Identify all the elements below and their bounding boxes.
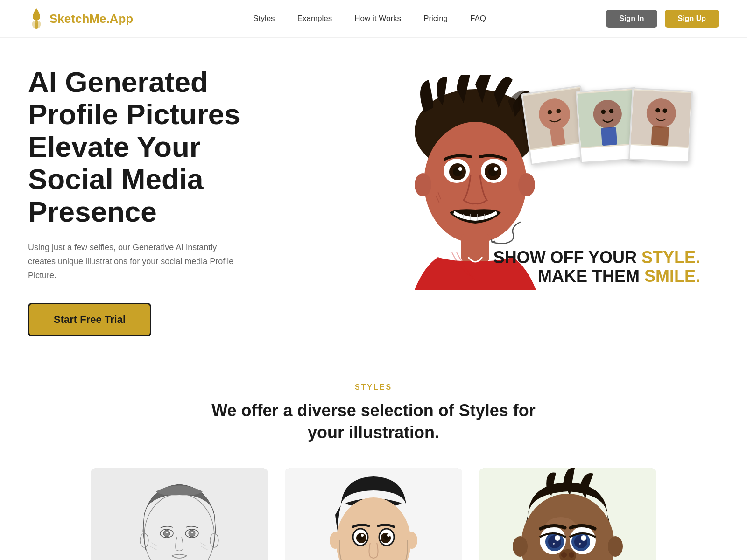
svg-point-7 <box>458 167 462 171</box>
hero-subtitle: Using just a few selfies, our Generative… <box>28 241 243 282</box>
style-card-pencil-sketch: Pencil Sketch <box>91 468 268 560</box>
svg-point-54 <box>361 534 364 537</box>
signup-button[interactable]: Sign Up <box>665 10 719 28</box>
pixar-animation-image <box>479 468 656 560</box>
brand-name: SketchMe.App <box>49 12 133 26</box>
hero-right: SHOW OFF YOUR STYLE. MAKE THEM SMILE. <box>271 80 719 322</box>
svg-point-17 <box>518 173 535 196</box>
tagline-line2: MAKE THEM SMILE. <box>493 267 700 286</box>
signin-button[interactable]: Sign In <box>606 10 657 28</box>
styles-cards: Pencil Sketch <box>28 468 719 560</box>
tagline-highlight-smile: SMILE. <box>644 266 700 286</box>
tagline-highlight-style: STYLE. <box>641 248 700 267</box>
styles-section: STYLES We offer a diverse selection of S… <box>0 355 747 560</box>
svg-point-63 <box>608 536 623 557</box>
svg-point-76 <box>569 552 574 558</box>
svg-point-72 <box>581 535 586 541</box>
svg-rect-22 <box>550 127 565 146</box>
logo-icon <box>28 8 45 29</box>
svg-point-11 <box>494 167 498 171</box>
nav-links: Styles Examples How it Works Pricing FAQ <box>253 14 486 23</box>
svg-rect-27 <box>601 127 617 146</box>
svg-point-58 <box>387 534 390 537</box>
pencil-sketch-image <box>91 468 268 560</box>
styles-heading: We offer a diverse selection of Styles f… <box>28 400 719 444</box>
nav-pricing[interactable]: Pricing <box>423 14 448 23</box>
navbar: SketchMe.App Styles Examples How it Work… <box>0 0 747 38</box>
svg-rect-33 <box>91 468 268 560</box>
svg-rect-32 <box>651 126 669 146</box>
svg-rect-3 <box>461 234 489 262</box>
nav-styles[interactable]: Styles <box>253 14 275 23</box>
arrow-decoration <box>487 220 525 248</box>
style-card-flat-design: Flat Design <box>285 468 462 560</box>
svg-point-16 <box>415 173 431 196</box>
polaroid-3-image <box>631 89 691 148</box>
svg-point-40 <box>191 532 193 533</box>
nav-faq[interactable]: FAQ <box>470 14 486 23</box>
svg-point-62 <box>513 536 528 557</box>
hero-title: AI Generated Profile Pictures Elevate Yo… <box>28 66 271 228</box>
tagline-line1: SHOW OFF YOUR STYLE. <box>493 248 700 267</box>
logo-link[interactable]: SketchMe.App <box>28 8 133 29</box>
flat-design-image <box>285 468 462 560</box>
start-free-trial-button[interactable]: Start Free Trial <box>28 303 151 336</box>
nav-how-it-works[interactable]: How it Works <box>354 14 401 23</box>
nav-actions: Sign In Sign Up <box>606 10 719 28</box>
hero-tagline: SHOW OFF YOUR STYLE. MAKE THEM SMILE. <box>493 248 700 285</box>
svg-point-39 <box>189 530 195 537</box>
polaroid-group <box>526 89 691 161</box>
svg-point-68 <box>553 543 555 545</box>
svg-point-75 <box>561 552 567 558</box>
svg-point-37 <box>166 532 168 533</box>
polaroid-3 <box>628 88 693 163</box>
hero-left: AI Generated Profile Pictures Elevate Yo… <box>28 66 271 336</box>
nav-examples[interactable]: Examples <box>297 14 332 23</box>
style-card-pixar-animation: Pixar Animation <box>479 468 656 560</box>
svg-point-67 <box>555 535 560 541</box>
svg-point-36 <box>163 530 170 537</box>
hero-section: AI Generated Profile Pictures Elevate Yo… <box>0 38 747 355</box>
styles-label: STYLES <box>28 383 719 392</box>
svg-point-73 <box>579 543 581 545</box>
